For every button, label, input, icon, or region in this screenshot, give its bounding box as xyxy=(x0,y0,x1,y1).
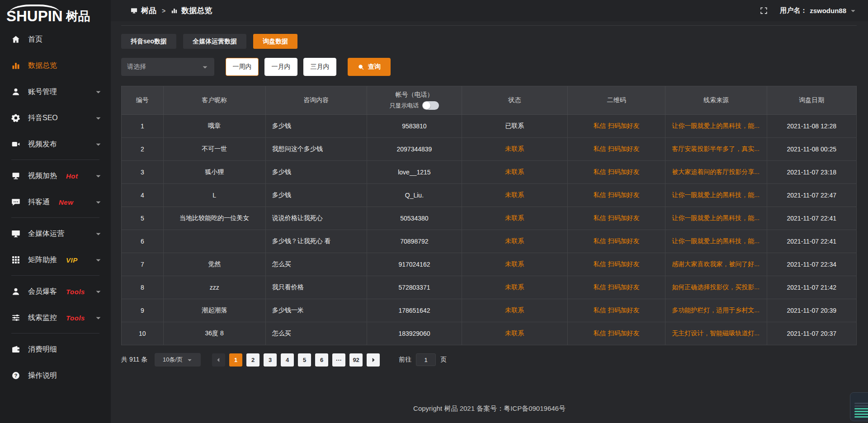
sliders-icon xyxy=(11,313,20,322)
sidebar-item-9[interactable]: 会员爆客Tools xyxy=(0,278,111,305)
sidebar-item-8[interactable]: 矩阵助推VIP xyxy=(0,247,111,273)
column-header-1: 客户昵称 xyxy=(164,86,266,115)
breadcrumb-home-icon xyxy=(131,7,137,14)
cell-id: 3 xyxy=(122,161,164,184)
monitor-icon xyxy=(11,229,20,238)
page-button-1[interactable]: 1 xyxy=(229,353,242,367)
app-window: SHUPIN 树品 首页数据总览账号管理抖音SEO视频发布视频加热Hot抖客通N… xyxy=(0,0,868,423)
search-button[interactable]: 查询 xyxy=(348,58,391,76)
cell-qrcode-links[interactable]: 私信 扫码加好友 xyxy=(568,299,665,322)
cell-id: 9 xyxy=(122,299,164,322)
cell-qrcode-links[interactable]: 私信 扫码加好友 xyxy=(568,322,665,345)
cell-account: Q_Liu. xyxy=(367,184,462,207)
cell-account: 183929060 xyxy=(367,322,462,345)
sidebar-item-label: 线索监控 xyxy=(28,313,57,323)
date-range-button-0[interactable]: 一周内 xyxy=(226,58,259,76)
cell-source-link[interactable]: 多功能护栏灯，适用于乡村文... xyxy=(665,299,767,322)
chevron-down-icon xyxy=(95,199,102,206)
logo-text-cn: 树品 xyxy=(66,10,90,24)
cell-qrcode-links[interactable]: 私信 扫码加好友 xyxy=(568,253,665,276)
chevron-down-icon xyxy=(95,89,102,95)
cell-qrcode-links[interactable]: 私信 扫码加好友 xyxy=(568,230,665,253)
sidebar-item-7[interactable]: 全媒体运营 xyxy=(0,221,111,247)
sidebar-menu: 首页数据总览账号管理抖音SEO视频发布视频加热Hot抖客通New全媒体运营矩阵助… xyxy=(0,24,111,389)
prev-page-button[interactable] xyxy=(212,353,225,367)
cell-status: 未联系 xyxy=(462,207,568,230)
breadcrumb-current-icon xyxy=(171,7,178,14)
sidebar-item-1[interactable]: 数据总览 xyxy=(0,52,111,79)
date-range-button-2[interactable]: 三月内 xyxy=(303,58,336,76)
bar-chart-icon xyxy=(11,61,20,70)
sidebar-item-label: 操作说明 xyxy=(28,371,57,381)
page-button-2[interactable]: 2 xyxy=(246,353,259,367)
tab-1[interactable]: 全媒体运营数据 xyxy=(183,34,246,49)
sidebar-item-2[interactable]: 账号管理 xyxy=(0,79,111,105)
home-icon xyxy=(11,35,20,44)
cell-qrcode-links[interactable]: 私信 扫码加好友 xyxy=(568,161,665,184)
floating-widget[interactable] xyxy=(850,392,868,421)
sidebar-item-6[interactable]: 抖客通New xyxy=(0,189,111,215)
sidebar-item-5[interactable]: 视频加热Hot xyxy=(0,163,111,189)
phone-only-toggle[interactable] xyxy=(422,101,439,110)
page-button-5[interactable]: 5 xyxy=(298,353,311,367)
cell-qrcode-links[interactable]: 私信 扫码加好友 xyxy=(568,138,665,161)
cell-id: 5 xyxy=(122,207,164,230)
cell-qrcode-links[interactable]: 私信 扫码加好友 xyxy=(568,184,665,207)
page-button-3[interactable]: 3 xyxy=(264,353,277,367)
cell-qrcode-links[interactable]: 私信 扫码加好友 xyxy=(568,115,665,138)
column-header-5: 二维码 xyxy=(568,86,665,115)
page-button-6[interactable]: 6 xyxy=(315,353,328,367)
sidebar-item-3[interactable]: 抖音SEO xyxy=(0,105,111,131)
cell-account: 2097344839 xyxy=(367,138,462,161)
chevron-down-icon xyxy=(202,64,208,70)
cell-source-link[interactable]: 让你一眼就爱上的黑科技，能... xyxy=(665,230,767,253)
cell-nickname: 当地比较能吃的一位美女 xyxy=(164,207,266,230)
cell-source-link[interactable]: 无主灯设计，智能磁吸轨道灯... xyxy=(665,322,767,345)
cell-source-link[interactable]: 被大家追着问的客厅投影分享... xyxy=(665,161,767,184)
content-divider xyxy=(121,25,857,26)
cell-source-link[interactable]: 感谢大家喜欢我家，被问了好... xyxy=(665,253,767,276)
more-pages-button[interactable]: ··· xyxy=(332,353,345,367)
chevron-down-icon xyxy=(187,357,193,363)
goto-page-input[interactable] xyxy=(416,353,436,366)
sidebar-item-badge: Hot xyxy=(66,172,78,180)
date-range-button-1[interactable]: 一月内 xyxy=(264,58,297,76)
cell-id: 6 xyxy=(122,230,164,253)
page-size-label: 10条/页 xyxy=(163,356,183,364)
page-button-92[interactable]: 92 xyxy=(349,353,363,367)
fullscreen-icon[interactable] xyxy=(760,6,768,15)
date-range-group: 一周内一月内三月内 xyxy=(226,58,336,76)
tab-2[interactable]: 询盘数据 xyxy=(253,34,297,49)
page-size-select[interactable]: 10条/页 xyxy=(155,353,201,367)
table-body: 1哦章多少钱9583810已联系私信 扫码加好友让你一眼就爱上的黑科技，能...… xyxy=(122,115,857,345)
next-page-button[interactable] xyxy=(367,353,380,367)
sidebar-item-11[interactable]: 消费明细 xyxy=(0,336,111,362)
breadcrumb-home[interactable]: 树品 xyxy=(141,5,156,16)
grid-icon xyxy=(11,255,20,264)
footer: Copyright 树品 2021 备案号：粤ICP备09019646号 xyxy=(111,404,868,413)
filter-bar: 请选择 一周内一月内三月内 查询 xyxy=(121,58,857,76)
sidebar-item-4[interactable]: 视频发布 xyxy=(0,131,111,157)
total-count: 共 911 条 xyxy=(121,356,147,364)
cell-source-link[interactable]: 客厅安装投影半年多了，真实... xyxy=(665,138,767,161)
cell-nickname: 潮起潮落 xyxy=(164,299,266,322)
cell-qrcode-links[interactable]: 私信 扫码加好友 xyxy=(568,276,665,299)
chevron-down-icon xyxy=(95,257,102,263)
cell-qrcode-links[interactable]: 私信 扫码加好友 xyxy=(568,207,665,230)
sidebar-item-10[interactable]: 线索监控Tools xyxy=(0,305,111,331)
tab-0[interactable]: 抖音seo数据 xyxy=(121,34,176,49)
column-header-7: 询盘日期 xyxy=(767,86,857,115)
column-header-6: 线索来源 xyxy=(665,86,767,115)
page-button-4[interactable]: 4 xyxy=(281,353,294,367)
cell-source-link[interactable]: 让你一眼就爱上的黑科技，能... xyxy=(665,115,767,138)
sidebar-item-12[interactable]: ?操作说明 xyxy=(0,362,111,389)
table-row: 3狐小狸多少钱love__1215未联系私信 扫码加好友被大家追着问的客厅投影分… xyxy=(122,161,857,184)
cell-source-link[interactable]: 如何正确选择投影仪，买投影... xyxy=(665,276,767,299)
cell-source-link[interactable]: 让你一眼就爱上的黑科技，能... xyxy=(665,184,767,207)
user-menu[interactable]: 用户名：zswodun88 xyxy=(780,6,856,15)
sidebar-item-label: 数据总览 xyxy=(28,61,57,70)
cell-account: 9583810 xyxy=(367,115,462,138)
cell-source-link[interactable]: 让你一眼就爱上的黑科技，能... xyxy=(665,207,767,230)
sidebar-item-0[interactable]: 首页 xyxy=(0,26,111,52)
account-select[interactable]: 请选择 xyxy=(121,58,214,76)
